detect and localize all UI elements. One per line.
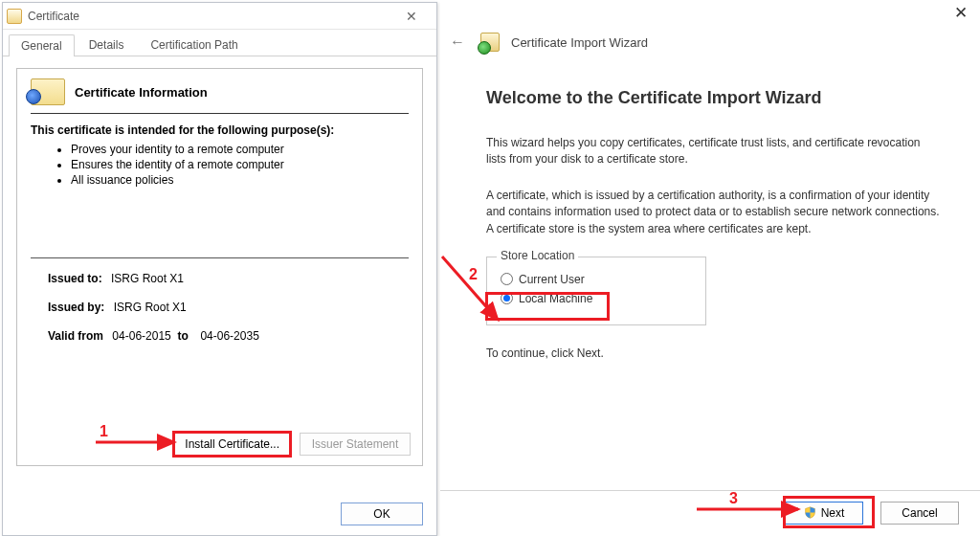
wizard-content: Welcome to the Certificate Import Wizard…: [440, 61, 980, 360]
purpose-item: Proves your identity to a remote compute…: [71, 143, 409, 156]
purposes-list: Proves your identity to a remote compute…: [71, 143, 409, 187]
intended-label: This certificate is intended for the fol…: [31, 123, 409, 137]
purpose-item: Ensures the identity of a remote compute…: [71, 158, 409, 171]
radio-icon: [501, 273, 513, 285]
cancel-button[interactable]: Cancel: [880, 502, 959, 525]
valid-to-value: 04-06-2035: [200, 329, 258, 343]
ok-button[interactable]: OK: [341, 502, 423, 525]
continue-note: To continue, click Next.: [486, 346, 942, 360]
radio-current-user[interactable]: Current User: [501, 273, 692, 286]
wizard-title: Welcome to the Certificate Import Wizard: [486, 88, 942, 108]
back-arrow-icon[interactable]: ←: [446, 31, 469, 54]
certificate-titlebar: Certificate ✕: [3, 3, 436, 30]
certificate-title: Certificate: [28, 10, 390, 23]
issued-by-value: ISRG Root X1: [114, 301, 187, 314]
store-location-group: Store Location Current User Local Machin…: [486, 257, 706, 325]
valid-to-label: to: [177, 329, 188, 343]
wizard-header: ← Certificate Import Wizard: [440, 0, 980, 61]
certificate-title-icon: [7, 9, 22, 24]
close-icon: ✕: [954, 3, 968, 23]
issued-to-value: ISRG Root X1: [111, 272, 184, 285]
next-button-label: Next: [821, 506, 845, 520]
issued-by-label: Issued by:: [48, 301, 104, 314]
wizard-dialog: ✕ ← Certificate Import Wizard Welcome to…: [440, 0, 980, 534]
certificate-dialog: Certificate ✕ General Details Certificat…: [2, 2, 437, 536]
purpose-item: All issuance policies: [71, 173, 409, 187]
install-certificate-button[interactable]: Install Certificate...: [174, 433, 290, 456]
certificate-heading-row: Certificate Information: [31, 78, 409, 114]
issued-to-row: Issued to: ISRG Root X1: [48, 272, 409, 285]
radio-local-machine-label: Local Machine: [519, 292, 592, 305]
radio-current-user-label: Current User: [519, 273, 585, 286]
tab-certification-path[interactable]: Certification Path: [138, 34, 250, 56]
certificate-wizard-icon: [480, 33, 500, 52]
valid-from-value: 04-06-2015: [112, 329, 170, 343]
wizard-footer: Next Cancel: [440, 490, 980, 534]
certificate-body: Certificate Information This certificate…: [16, 68, 423, 466]
issued-to-label: Issued to:: [48, 272, 102, 285]
wizard-breadcrumb: Certificate Import Wizard: [511, 35, 648, 50]
radio-icon: [501, 292, 513, 304]
close-button[interactable]: ✕: [390, 3, 433, 30]
divider: [31, 257, 409, 258]
wizard-paragraph-1: This wizard helps you copy certificates,…: [486, 135, 942, 168]
wizard-paragraph-2: A certificate, which is issued by a cert…: [486, 188, 942, 237]
tab-details[interactable]: Details: [77, 34, 137, 56]
tabstrip: General Details Certification Path: [3, 34, 436, 56]
valid-from-row: Valid from 04-06-2015 to 04-06-2035: [48, 329, 409, 343]
radio-local-machine[interactable]: Local Machine: [501, 292, 692, 305]
store-location-legend: Store Location: [497, 249, 578, 262]
valid-from-label: Valid from: [48, 329, 103, 343]
close-icon: ✕: [406, 10, 417, 23]
uac-shield-icon: [804, 506, 816, 519]
ok-row: OK: [341, 502, 423, 525]
issuer-statement-button: Issuer Statement: [300, 433, 411, 456]
certificate-heading: Certificate Information: [75, 85, 208, 100]
tab-general[interactable]: General: [9, 34, 75, 56]
issued-by-row: Issued by: ISRG Root X1: [48, 301, 409, 314]
wizard-close-button[interactable]: ✕: [947, 2, 974, 23]
certificate-icon: [31, 78, 65, 105]
next-button[interactable]: Next: [785, 502, 863, 525]
cert-button-row: Install Certificate... Issuer Statement: [174, 433, 411, 456]
